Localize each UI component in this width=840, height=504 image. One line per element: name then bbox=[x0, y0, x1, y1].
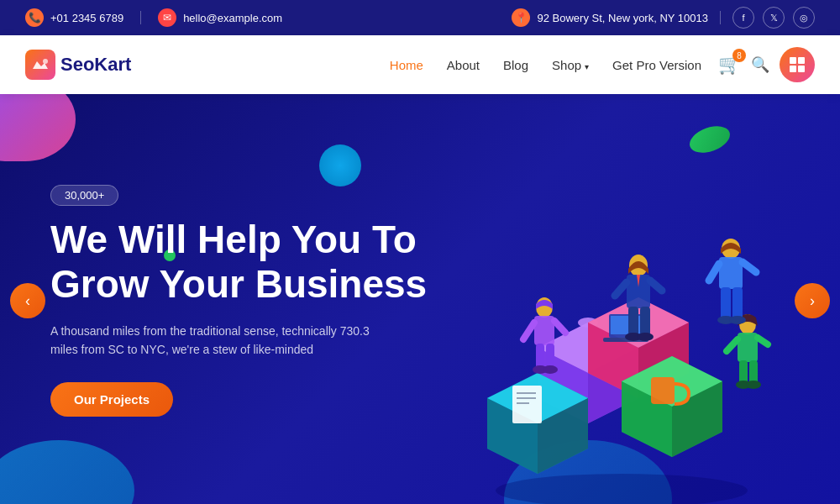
nav-icons: 🛒 8 🔍 bbox=[718, 47, 815, 82]
logo-icon bbox=[25, 50, 55, 80]
nav-links: Home About Blog Shop Get Pro Version bbox=[390, 58, 701, 72]
svg-rect-34 bbox=[536, 344, 544, 369]
hero-title-line1: We Will Help You To bbox=[50, 218, 417, 261]
svg-line-41 bbox=[758, 338, 768, 344]
hero-title-line2: Grow Your Business bbox=[50, 262, 427, 306]
svg-rect-43 bbox=[749, 360, 758, 384]
svg-rect-42 bbox=[739, 360, 748, 384]
social-icons: f 𝕏 ◎ bbox=[732, 7, 815, 29]
blob-bottom-left bbox=[0, 440, 134, 504]
svg-point-45 bbox=[746, 381, 761, 389]
svg-line-50 bbox=[650, 281, 662, 291]
svg-line-57 bbox=[709, 264, 719, 281]
top-bar-right: 📍 92 Bowery St, New york, NY 10013 f 𝕏 ◎ bbox=[512, 7, 815, 29]
svg-point-54 bbox=[637, 333, 654, 341]
blob-purple bbox=[0, 94, 76, 161]
nav-blog[interactable]: Blog bbox=[503, 58, 528, 72]
facebook-icon[interactable]: f bbox=[732, 7, 754, 29]
user-avatar[interactable] bbox=[780, 47, 815, 82]
hero-description: A thousand miles from the traditional se… bbox=[50, 322, 370, 360]
twitter-icon[interactable]: 𝕏 bbox=[763, 7, 785, 29]
svg-rect-29 bbox=[651, 377, 675, 404]
svg-rect-60 bbox=[732, 287, 743, 319]
cart-badge: 8 bbox=[732, 49, 746, 62]
prev-arrow-icon: ‹ bbox=[25, 292, 30, 310]
isometric-svg bbox=[454, 188, 806, 504]
next-arrow-icon: › bbox=[810, 292, 815, 310]
svg-line-58 bbox=[743, 262, 756, 272]
svg-rect-35 bbox=[546, 344, 554, 369]
nav-getpro[interactable]: Get Pro Version bbox=[612, 58, 701, 72]
email-address: hello@example.com bbox=[183, 12, 282, 24]
phone-number: +01 2345 6789 bbox=[50, 12, 123, 24]
hero-section: ‹ 30,000+ We Will Help You To Grow Your … bbox=[0, 94, 840, 504]
address-text: 92 Bowery St, New york, NY 10013 bbox=[537, 12, 708, 24]
nav-home[interactable]: Home bbox=[390, 58, 423, 72]
top-bar: 📞 +01 2345 6789 ✉ hello@example.com 📍 92… bbox=[0, 0, 840, 35]
nav-about[interactable]: About bbox=[447, 58, 480, 72]
svg-rect-59 bbox=[721, 287, 731, 319]
blob-teal bbox=[319, 144, 361, 186]
svg-rect-21 bbox=[512, 386, 542, 423]
instagram-icon[interactable]: ◎ bbox=[793, 7, 815, 29]
divider-1 bbox=[140, 11, 141, 24]
phone-contact: 📞 +01 2345 6789 bbox=[25, 8, 123, 27]
shop-chevron bbox=[585, 58, 589, 72]
svg-line-49 bbox=[615, 282, 627, 296]
svg-rect-4 bbox=[798, 66, 805, 72]
email-contact: ✉ hello@example.com bbox=[158, 8, 282, 27]
svg-line-33 bbox=[554, 321, 565, 333]
hero-title: We Will Help You To Grow Your Business bbox=[50, 218, 427, 307]
svg-rect-3 bbox=[790, 66, 796, 72]
svg-line-32 bbox=[523, 323, 534, 339]
svg-rect-52 bbox=[640, 307, 650, 336]
email-icon: ✉ bbox=[158, 8, 176, 27]
cta-button[interactable]: Our Projects bbox=[50, 382, 173, 417]
hero-content: 30,000+ We Will Help You To Grow Your Bu… bbox=[0, 185, 427, 417]
search-icon[interactable]: 🔍 bbox=[751, 55, 769, 74]
blob-green bbox=[686, 121, 734, 157]
svg-rect-2 bbox=[798, 57, 805, 64]
svg-point-62 bbox=[729, 316, 746, 324]
navbar: SeoKart Home About Blog Shop Get Pro Ver… bbox=[0, 35, 840, 94]
svg-rect-51 bbox=[628, 307, 638, 336]
svg-point-37 bbox=[543, 365, 558, 374]
logo[interactable]: SeoKart bbox=[25, 50, 131, 80]
nav-shop[interactable]: Shop bbox=[552, 58, 589, 72]
carousel-prev-button[interactable]: ‹ bbox=[10, 283, 45, 318]
location-icon: 📍 bbox=[512, 8, 530, 27]
address-contact: 📍 92 Bowery St, New york, NY 10013 bbox=[512, 8, 708, 27]
hero-illustration bbox=[454, 188, 806, 504]
svg-line-40 bbox=[727, 339, 738, 351]
logo-text: SeoKart bbox=[60, 54, 131, 76]
hero-badge: 30,000+ bbox=[50, 185, 118, 206]
phone-icon: 📞 bbox=[25, 8, 44, 27]
divider-2 bbox=[720, 11, 721, 24]
svg-point-0 bbox=[43, 59, 48, 64]
carousel-next-button[interactable]: › bbox=[795, 283, 830, 318]
cart-button[interactable]: 🛒 8 bbox=[718, 54, 741, 76]
svg-rect-1 bbox=[790, 57, 796, 64]
svg-point-63 bbox=[496, 474, 748, 504]
